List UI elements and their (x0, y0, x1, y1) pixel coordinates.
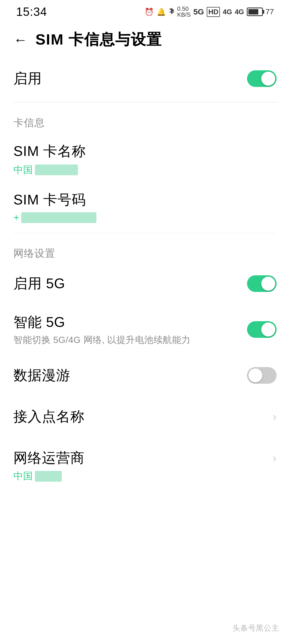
sim-number-row[interactable]: SIM 卡号码 + (13, 181, 277, 228)
network-section-header: 网络设置 (13, 236, 277, 263)
watermark: 头条号黑公主 (233, 623, 279, 633)
sim-number-prefix: + (13, 212, 19, 223)
enable-toggle[interactable] (247, 70, 277, 87)
sim-name-label: SIM 卡名称 (13, 142, 86, 161)
apn-label: 接入点名称 (13, 407, 85, 426)
carrier-value-prefix: 中国 (13, 470, 33, 483)
sim-name-value-redacted (35, 164, 78, 175)
bluetooth-icon (169, 6, 175, 17)
status-bar: 15:34 ⏰ 🔔 0.50KB/S 5G HD 4G 4G 77 (0, 0, 290, 21)
toggle-thumb (261, 72, 275, 86)
status-icons: ⏰ 🔔 0.50KB/S 5G HD 4G 4G 77 (144, 6, 274, 18)
status-time: 15:34 (16, 5, 47, 19)
hd-icon: HD (207, 7, 220, 17)
speed-text: 0.50KB/S (177, 6, 191, 18)
sim-number-label: SIM 卡号码 (13, 191, 86, 209)
alarm-icon: ⏰ (144, 8, 154, 16)
toggle-thumb-smart5g (261, 323, 275, 336)
carrier-label: 网络运营商 (13, 449, 85, 467)
divider-1 (13, 102, 277, 103)
page-title: SIM 卡信息与设置 (35, 30, 162, 50)
carrier-value-redacted (35, 471, 62, 482)
apn-chevron-icon: › (273, 410, 277, 423)
data-roaming-label: 数据漫游 (13, 366, 70, 385)
sim-number-value-redacted (21, 212, 96, 223)
back-button[interactable]: ← (13, 33, 27, 47)
enable-row: 启用 (13, 58, 277, 99)
battery-icon (247, 8, 263, 16)
toggle-thumb-roaming (248, 368, 262, 382)
smart-5g-description: 智能切换 5G/4G 网络, 以提升电池续航能力 (13, 334, 239, 346)
data-roaming-toggle[interactable] (247, 367, 277, 384)
carrier-chevron-icon: › (273, 451, 277, 465)
card-info-section-header: 卡信息 (13, 105, 277, 132)
toggle-thumb-5g (261, 277, 275, 291)
enable-5g-toggle[interactable] (247, 275, 277, 292)
apn-row[interactable]: 接入点名称 › (13, 396, 277, 437)
5g-icon: 5G (193, 7, 204, 16)
smart-5g-text: 智能 5G 智能切换 5G/4G 网络, 以提升电池续航能力 (13, 313, 239, 346)
enable-label: 启用 (13, 69, 42, 88)
sim-name-row[interactable]: SIM 卡名称 中国 (13, 132, 277, 181)
sim-name-prefix: 中国 (13, 163, 33, 177)
data-roaming-row: 数据漫游 (13, 355, 277, 396)
4g-signal-icon: 4G (223, 8, 232, 16)
battery-percent: 77 (266, 8, 274, 16)
4g-signal2-icon: 4G (235, 8, 244, 16)
bell-icon: 🔔 (157, 8, 166, 16)
enable-5g-row: 启用 5G (13, 263, 277, 304)
smart-5g-label: 智能 5G (13, 313, 239, 332)
settings-content: 启用 卡信息 SIM 卡名称 中国 SIM 卡号码 + 网络设置 启用 5G (0, 58, 290, 485)
smart-5g-toggle[interactable] (247, 321, 277, 338)
page-header: ← SIM 卡信息与设置 (0, 21, 290, 58)
divider-2 (13, 233, 277, 233)
carrier-row[interactable]: 网络运营商 › 中国 (13, 437, 277, 485)
enable-5g-label: 启用 5G (13, 274, 65, 293)
smart-5g-row: 智能 5G 智能切换 5G/4G 网络, 以提升电池续航能力 (13, 304, 277, 355)
